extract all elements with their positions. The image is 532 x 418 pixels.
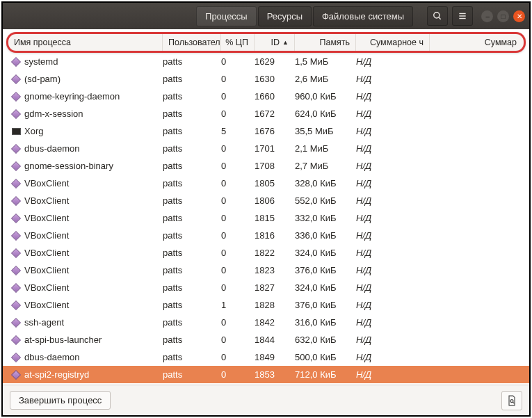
document-search-icon: [507, 395, 517, 406]
column-header-mem[interactable]: Память: [295, 34, 356, 51]
sort-ascending-icon: ▲: [282, 39, 289, 46]
process-mem: 552,0 КиБ: [289, 195, 350, 206]
table-row[interactable]: VBoxClientpatts01823376,0 КиБН/Д: [3, 262, 529, 279]
process-user: patts: [157, 178, 216, 188]
process-user: patts: [157, 143, 216, 154]
process-cpu: 1: [216, 300, 249, 310]
process-sum1: Н/Д: [350, 56, 424, 67]
process-sum1: Н/Д: [350, 126, 424, 136]
process-cpu: 0: [216, 56, 249, 67]
process-sum1: Н/Д: [350, 335, 424, 345]
diamond-icon: [11, 179, 21, 188]
svg-line-1: [439, 17, 441, 19]
process-id: 1660: [249, 91, 289, 102]
process-id: 1853: [249, 369, 289, 380]
maximize-button[interactable]: □: [497, 10, 509, 22]
process-sum1: Н/Д: [350, 178, 424, 188]
process-name: dbus-daemon: [24, 352, 80, 362]
column-header-sum1[interactable]: Суммарное ч: [356, 34, 430, 51]
table-row[interactable]: VBoxClientpatts01805328,0 КиБН/Д: [3, 175, 529, 192]
process-id: 1629: [249, 56, 289, 67]
process-sum1: Н/Д: [350, 230, 424, 241]
close-button[interactable]: ✕: [513, 10, 525, 22]
process-mem: 336,0 КиБ: [289, 230, 350, 241]
diamond-icon: [11, 196, 21, 206]
svg-point-5: [510, 399, 513, 402]
process-id: 1701: [249, 143, 289, 154]
table-row[interactable]: systemdpatts016291,5 МиБН/Д: [3, 53, 529, 70]
diamond-icon: [11, 318, 21, 328]
process-name: VBoxClient: [24, 300, 69, 310]
process-sum1: Н/Д: [350, 213, 424, 223]
tab-processes[interactable]: Процессы: [196, 6, 257, 26]
process-id: 1816: [249, 230, 289, 241]
table-row[interactable]: at-spi-bus-launcherpatts01844632,0 КиБН/…: [3, 331, 529, 348]
process-sum1: Н/Д: [350, 369, 424, 380]
process-cpu: 0: [216, 230, 249, 241]
table-row[interactable]: gdm-x-sessionpatts01672624,0 КиБН/Д: [3, 105, 529, 122]
process-user: patts: [157, 300, 216, 310]
diamond-icon: [11, 144, 21, 154]
process-mem: 1,5 МиБ: [289, 56, 350, 67]
process-id: 1828: [249, 300, 289, 310]
table-row[interactable]: at-spi2-registrydpatts01853712,0 КиБН/Д: [3, 366, 529, 383]
table-row[interactable]: VBoxClientpatts01822324,0 КиБН/Д: [3, 244, 529, 262]
process-mem: 500,0 КиБ: [289, 352, 350, 362]
process-name: VBoxClient: [24, 230, 69, 241]
process-id: 1849: [249, 352, 289, 362]
diamond-icon: [11, 300, 21, 310]
process-name: dbus-daemon: [24, 143, 80, 154]
minimize-button[interactable]: ‒: [481, 10, 493, 22]
column-header-row: Имя процесса Пользовател % ЦП ID ▲ Памят…: [6, 32, 526, 53]
column-header-id[interactable]: ID ▲: [255, 34, 295, 51]
diamond-icon: [11, 335, 21, 345]
menu-button[interactable]: [452, 6, 473, 26]
process-name: VBoxClient: [24, 282, 69, 293]
process-properties-button[interactable]: [501, 391, 522, 410]
process-user: patts: [157, 108, 216, 119]
process-mem: 2,6 МиБ: [289, 74, 350, 84]
end-process-button[interactable]: Завершить процесс: [10, 391, 111, 410]
process-user: patts: [157, 213, 216, 223]
process-mem: 376,0 КиБ: [289, 300, 350, 310]
table-row[interactable]: VBoxClientpatts01806552,0 КиБН/Д: [3, 192, 529, 209]
process-user: patts: [157, 195, 216, 206]
table-row[interactable]: VBoxClientpatts01816336,0 КиБН/Д: [3, 227, 529, 244]
process-id: 1827: [249, 282, 289, 293]
column-header-user[interactable]: Пользовател: [163, 34, 221, 51]
process-cpu: 0: [216, 282, 249, 293]
process-sum1: Н/Д: [350, 108, 424, 119]
tab-resources[interactable]: Ресурсы: [258, 6, 312, 26]
process-mem: 316,0 КиБ: [289, 317, 350, 328]
diamond-icon: [11, 266, 21, 275]
table-row[interactable]: gnome-session-binarypatts017082,7 МиБН/Д: [3, 157, 529, 175]
table-row[interactable]: VBoxClientpatts01827324,0 КиБН/Д: [3, 279, 529, 296]
diamond-icon: [11, 92, 21, 102]
process-sum1: Н/Д: [350, 352, 424, 362]
table-row[interactable]: VBoxClientpatts01815332,0 КиБН/Д: [3, 209, 529, 227]
tab-filesystems[interactable]: Файловые системы: [313, 6, 413, 26]
table-row[interactable]: Xorgpatts5167635,5 МиБН/Д: [3, 122, 529, 140]
process-user: patts: [157, 230, 216, 241]
table-row[interactable]: VBoxClientpatts11828376,0 КиБН/Д: [3, 296, 529, 314]
search-button[interactable]: [427, 6, 448, 26]
column-header-sum2[interactable]: Суммар: [430, 34, 524, 51]
process-name: gdm-x-session: [24, 108, 83, 119]
svg-point-0: [434, 13, 440, 18]
table-row[interactable]: dbus-daemonpatts017012,1 МиБН/Д: [3, 140, 529, 157]
column-header-cpu[interactable]: % ЦП: [221, 34, 255, 51]
column-header-name[interactable]: Имя процесса: [8, 34, 163, 51]
process-mem: 324,0 КиБ: [289, 282, 350, 293]
process-mem: 960,0 КиБ: [289, 91, 350, 102]
process-id: 1806: [249, 195, 289, 206]
table-row[interactable]: dbus-daemonpatts01849500,0 КиБН/Д: [3, 348, 529, 366]
monitor-icon: [11, 127, 21, 136]
table-row[interactable]: (sd-pam)patts016302,6 МиБН/Д: [3, 70, 529, 88]
process-user: patts: [157, 161, 216, 171]
process-mem: 2,1 МиБ: [289, 143, 350, 154]
table-row[interactable]: gnome-keyring-daemonpatts01660960,0 КиБН…: [3, 88, 529, 105]
table-row[interactable]: ssh-agentpatts01842316,0 КиБН/Д: [3, 314, 529, 331]
diamond-icon: [11, 109, 21, 119]
process-name: VBoxClient: [24, 213, 69, 223]
process-name: VBoxClient: [24, 178, 69, 188]
